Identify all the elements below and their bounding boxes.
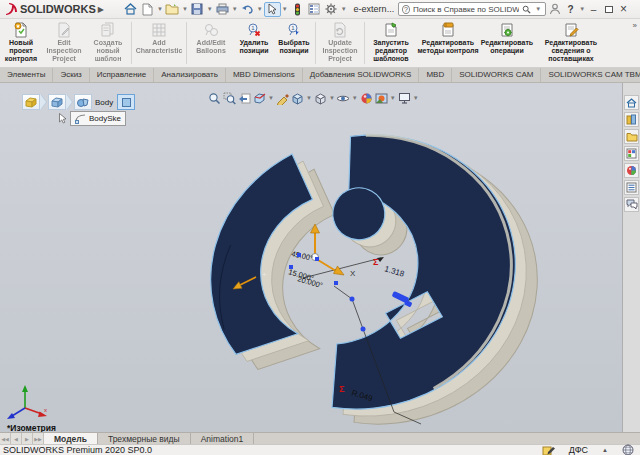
status-mode-text[interactable]: ДФС [569,445,588,455]
body-icon[interactable] [74,94,92,110]
hide-show-items-icon[interactable] [336,91,351,106]
undo-caret[interactable]: ▼ [257,6,263,12]
design-library-icon[interactable] [624,112,639,127]
display-style-icon[interactable] [313,91,328,106]
close-button[interactable]: × [616,2,631,17]
zoom-to-area-icon[interactable] [222,91,237,106]
select-positions-icon: 1 [286,22,302,38]
zoom-to-fit-icon[interactable] [207,91,222,106]
open-icon[interactable] [164,2,181,17]
solid-bodies-icon[interactable] [48,94,66,110]
help-search-box[interactable]: ? Поиск в Справке по SOLIDWORKS ▼ [398,2,546,16]
globe-icon[interactable] [622,444,634,455]
view-orientation-label: *Изометрия [7,423,56,432]
select-caret[interactable]: ▼ [282,6,288,12]
tab-solidworks-cam[interactable]: SOLIDWORKS CAM [452,68,541,82]
sketch-label: BodySke [89,114,121,123]
search-caret[interactable]: ▼ [535,6,541,12]
previous-view-icon[interactable] [237,91,252,106]
logo-expand-arrow[interactable]: ▶ [98,5,104,14]
tab-repair[interactable]: Исправление [90,68,155,82]
options-caret[interactable]: ▼ [341,6,347,12]
select-cursor-icon[interactable] [264,2,281,17]
tab-elements[interactable]: Элементы [0,68,53,82]
new-document-icon[interactable] [139,2,156,17]
help-caret[interactable]: ▼ [579,6,585,12]
save-caret[interactable]: ▼ [207,6,213,12]
edit-appearance-icon[interactable] [359,91,374,106]
options-gear-icon[interactable] [323,2,340,17]
model-tab[interactable]: Модель [44,433,98,444]
dynamic-annotation-views-icon[interactable] [275,91,290,106]
graphics-area[interactable]: + 45.00° 15.000° 20.000° X Σ 1.318 Σ R.0… [0,83,640,432]
breadcrumb-body-label[interactable]: Body [95,98,113,107]
status-version-text: SOLIDWORKS Premium 2020 SP0.0 [3,445,152,455]
custom-properties-icon[interactable] [624,180,639,195]
restore-button[interactable] [601,2,616,17]
print-icon[interactable] [214,2,231,17]
user-icon[interactable] [546,2,563,17]
animation1-tab[interactable]: Animation1 [191,433,255,444]
hide-show-caret[interactable]: ▼ [352,95,358,101]
open-caret[interactable]: ▼ [182,6,188,12]
part-icon[interactable] [22,94,40,110]
view-orientation-icon[interactable] [290,91,305,106]
minimize-button[interactable]: – [586,2,601,17]
cursor-icon [58,113,67,124]
solidworks-window: SOLIDWORKS ▶ ▼ ▼ ▼ ▼ ▼ ▼ [0,0,640,455]
undo-icon[interactable] [239,2,256,17]
print-caret[interactable]: ▼ [232,6,238,12]
selected-sketch-chip[interactable] [117,94,135,110]
edit-inspection-methods-button[interactable]: Редактировать методы контроля [416,19,480,67]
3d-views-tab[interactable]: Трехмерные виды [98,433,191,444]
annotation-edit-icon[interactable] [542,445,555,455]
status-expand-caret[interactable]: ▲ [602,447,608,453]
tab-solidworks-cam-tbm[interactable]: SOLIDWORKS CAM TBM [541,68,640,82]
home-icon[interactable] [122,2,139,17]
add-characteristic-button: Add Characteristic [133,19,185,67]
launch-template-editor-button[interactable]: Запустить редактор шаблонов [366,19,416,67]
task-pane [622,83,640,432]
model-front-face[interactable] [180,103,546,432]
view-palette-icon[interactable] [624,146,639,161]
solidworks-forum-icon[interactable] [624,197,639,212]
apply-scene-icon[interactable] [374,91,389,106]
tab-mbd[interactable]: MBD [419,68,452,82]
hover-item: BodySke [58,111,126,126]
edit-operations-button[interactable]: Редактировать операции [480,19,534,67]
tab-scroll-next-button[interactable]: ▶ [22,433,33,444]
toolbar-overflow-button[interactable]: » [633,19,640,67]
tab-scroll-last-button[interactable]: ▶▶ [33,433,44,444]
new-document-caret[interactable]: ▼ [157,6,163,12]
file-explorer-icon[interactable] [624,129,639,144]
tab-evaluate[interactable]: Анализировать [154,68,226,82]
search-icon[interactable] [522,4,531,15]
delete-positions-button[interactable]: 1 Удалить позиции [234,19,274,67]
solidworks-resources-icon[interactable] [624,95,639,110]
display-style-caret[interactable]: ▼ [329,95,335,101]
tab-scroll-first-button[interactable]: ◀◀ [0,433,11,444]
performance-icon[interactable] [289,2,306,17]
apply-scene-caret[interactable]: ▼ [390,95,396,101]
tab-scroll-prev-button[interactable]: ◀ [11,433,22,444]
evaluate-list-icon[interactable] [306,2,323,17]
update-inspection-project-icon [332,22,348,38]
view-orientation-caret[interactable]: ▼ [306,95,312,101]
save-icon[interactable] [189,2,206,17]
edit-supplier-info-button[interactable]: Редактировать сведения о поставщиках [534,19,608,67]
breadcrumb-chevron [66,94,72,110]
new-inspection-project-button[interactable]: Новый проект контроля [0,19,42,67]
tab-sketch[interactable]: Эскиз [53,68,89,82]
section-view-icon[interactable] [252,91,267,106]
tab-solidworks-addins[interactable]: Добавления SOLIDWORKS [303,68,420,82]
sketch-chip[interactable]: BodySke [70,111,126,126]
help-button[interactable]: ? [563,2,578,17]
tab-mbd-dimensions[interactable]: MBD Dimensions [226,68,303,82]
view-settings-icon[interactable] [397,91,412,106]
appearances-scenes-icon[interactable] [624,163,639,178]
section-view-caret[interactable]: ▼ [268,95,274,101]
select-positions-button[interactable]: 1 Выбрать позиции [274,19,314,67]
search-input[interactable]: Поиск в Справке по SOLIDWORKS [413,5,519,14]
model-canvas[interactable]: + 45.00° 15.000° 20.000° X Σ 1.318 Σ R.0… [0,83,640,432]
view-settings-caret[interactable]: ▼ [413,95,419,101]
